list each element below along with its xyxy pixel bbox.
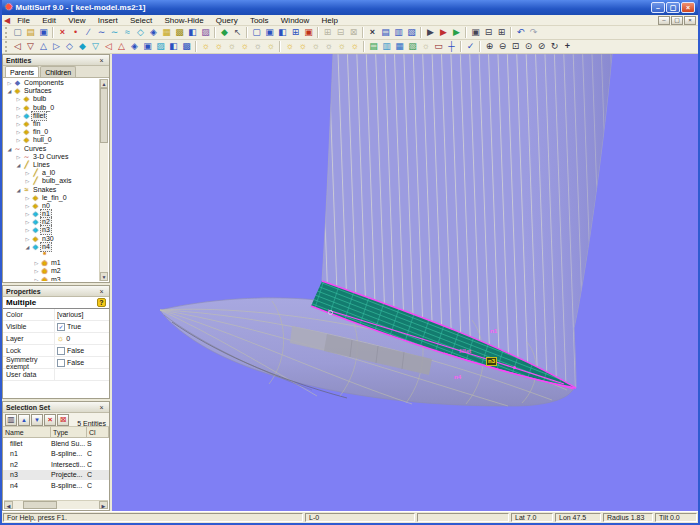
check-model-icon[interactable]: ✓ (464, 40, 477, 53)
mirror-icon[interactable]: ◧ (167, 40, 180, 53)
property-row[interactable]: User data (3, 369, 109, 381)
selection-row[interactable]: n2 Intersecti... C (3, 459, 109, 470)
layer-move-icon[interactable]: ▦ (393, 40, 406, 53)
transform-icon[interactable]: ▩ (180, 40, 193, 53)
property-value-icon[interactable]: ☼ (57, 335, 64, 343)
tree-item[interactable]: ▷ ◈ fillet (4, 112, 99, 120)
close-icon[interactable]: × (97, 404, 106, 411)
edit-points-icon[interactable]: ▽ (24, 40, 37, 53)
separator[interactable] (362, 27, 364, 38)
rotate-view-icon[interactable]: ↻ (548, 40, 561, 53)
separator[interactable] (420, 27, 422, 38)
separator[interactable] (317, 27, 319, 38)
property-value-icon[interactable] (57, 359, 65, 367)
insert-point-icon[interactable]: • (69, 26, 82, 39)
separator[interactable] (510, 27, 512, 38)
insert-surface-icon[interactable]: ▦ (160, 26, 173, 39)
expander-icon[interactable]: ▷ (24, 236, 31, 242)
close-icon[interactable]: × (97, 57, 106, 64)
separator[interactable] (52, 27, 54, 38)
snap-icon[interactable]: ◆ (218, 26, 231, 39)
expander-icon[interactable]: ▷ (33, 268, 40, 274)
hide-children-icon[interactable]: ☼ (322, 40, 335, 53)
scroll-up-icon[interactable]: ▲ (100, 79, 108, 88)
entity-label[interactable]: n4 (454, 374, 461, 380)
help-icon[interactable]: ? (97, 298, 106, 307)
entity-label[interactable]: n3 (486, 357, 497, 366)
property-row[interactable]: Layer ☼ 0 (3, 333, 109, 345)
tree-item[interactable]: ▷ ◈ fin_0 (4, 128, 99, 136)
show-icon[interactable]: ☼ (199, 40, 212, 53)
insert-bcurve-icon[interactable]: ∼ (95, 26, 108, 39)
selection-row[interactable]: n3 Projecte... C (3, 470, 109, 481)
property-row[interactable]: Symmetry exempt False (3, 357, 109, 369)
project-icon[interactable]: ▣ (141, 40, 154, 53)
weight-icon[interactable]: ◆ (76, 40, 89, 53)
pick-icon[interactable]: ↖ (231, 26, 244, 39)
tree-item[interactable]: ▷ ╱ bulb_axis (4, 177, 99, 185)
select-parents-icon[interactable]: ▶ (450, 26, 463, 39)
toolbar-grip[interactable] (5, 27, 9, 38)
hide-selected-icon[interactable]: ☼ (225, 40, 238, 53)
copy-icon[interactable]: ▤ (379, 26, 392, 39)
tree-item[interactable]: * (4, 251, 99, 259)
separator[interactable] (479, 41, 481, 52)
tree-scrollbar[interactable]: ▲ ▼ (99, 79, 108, 281)
shaded-view-icon[interactable]: ▣ (263, 26, 276, 39)
show-all-icon[interactable]: ☼ (238, 40, 251, 53)
expander-icon[interactable]: ▷ (15, 129, 22, 135)
menu-item[interactable]: View (63, 16, 90, 25)
tree-item[interactable]: ▷ ◈ bulb_0 (4, 104, 99, 112)
tree-item[interactable]: ▷ ╱ a_l0 (4, 169, 99, 177)
cascade-windows-icon[interactable]: ▣ (469, 26, 482, 39)
selection-row[interactable]: n4 B-spline... C (3, 480, 109, 491)
scroll-down-icon[interactable]: ▼ (100, 272, 108, 281)
split-curve-icon[interactable]: △ (115, 40, 128, 53)
new-file-icon[interactable]: ▢ (11, 26, 24, 39)
selection-panel-header[interactable]: Selection Set × (3, 402, 109, 413)
menu-item[interactable]: Tools (245, 16, 274, 25)
restore-button[interactable]: ▢ (666, 2, 680, 13)
expander-icon[interactable]: ▷ (33, 260, 40, 266)
redo-icon[interactable]: ↷ (527, 26, 540, 39)
layer-copy-icon[interactable]: ▥ (380, 40, 393, 53)
tile-vertical-icon[interactable]: ⊞ (495, 26, 508, 39)
mdi-close-button[interactable]: × (684, 16, 696, 25)
expander-icon[interactable]: ▷ (6, 80, 13, 86)
expander-icon[interactable]: ▷ (24, 178, 31, 184)
offset-icon[interactable]: ▨ (154, 40, 167, 53)
hide-parents-icon[interactable]: ☼ (309, 40, 322, 53)
insert-snake-icon[interactable]: ≈ (121, 26, 134, 39)
layer-new-icon[interactable]: ▤ (367, 40, 380, 53)
expander-icon[interactable]: ▷ (24, 211, 31, 217)
tree-item[interactable]: ◢ ∼ Curves (4, 145, 99, 153)
save-file-icon[interactable]: ▣ (37, 26, 50, 39)
expander-icon[interactable]: ▷ (24, 219, 31, 225)
separator[interactable] (363, 41, 365, 52)
tree-item[interactable]: ▷ ◉ m1 (4, 259, 99, 267)
reverse-curve-icon[interactable]: ◁ (102, 40, 115, 53)
wireframe-view-icon[interactable]: ▢ (250, 26, 263, 39)
columns-icon[interactable]: ▥ (5, 414, 17, 426)
scroll-right-icon[interactable]: ▶ (99, 501, 108, 509)
hide-all-icon[interactable]: ☼ (251, 40, 264, 53)
entities-panel-header[interactable]: Entities × (3, 55, 109, 66)
expander-icon[interactable]: ◢ (15, 162, 22, 168)
expander-icon[interactable]: ▷ (15, 96, 22, 102)
menu-item[interactable]: Window (276, 16, 314, 25)
expander-icon[interactable]: ▷ (15, 121, 22, 127)
entity-label[interactable]: fillet (459, 348, 471, 354)
render-view-icon[interactable]: ▣ (302, 26, 315, 39)
tree-item[interactable]: ▷ ◈ bulb (4, 95, 99, 103)
expander-icon[interactable]: ◢ (6, 88, 13, 94)
selection-hscrollbar[interactable]: ◀ ▶ (4, 500, 108, 509)
drag-point-icon[interactable]: ◁ (11, 40, 24, 53)
tile-horizontal-icon[interactable]: ⊟ (482, 26, 495, 39)
toolbar-grip[interactable] (5, 41, 9, 52)
expander-icon[interactable]: ◢ (15, 187, 22, 193)
selection-row[interactable]: fillet Blend Su... S (3, 438, 109, 449)
expander-icon[interactable]: ▷ (24, 203, 31, 209)
tree-item[interactable]: ▷ ◈ fin (4, 120, 99, 128)
layer-bulb-icon[interactable]: ☼ (419, 40, 432, 53)
separator[interactable] (465, 27, 467, 38)
